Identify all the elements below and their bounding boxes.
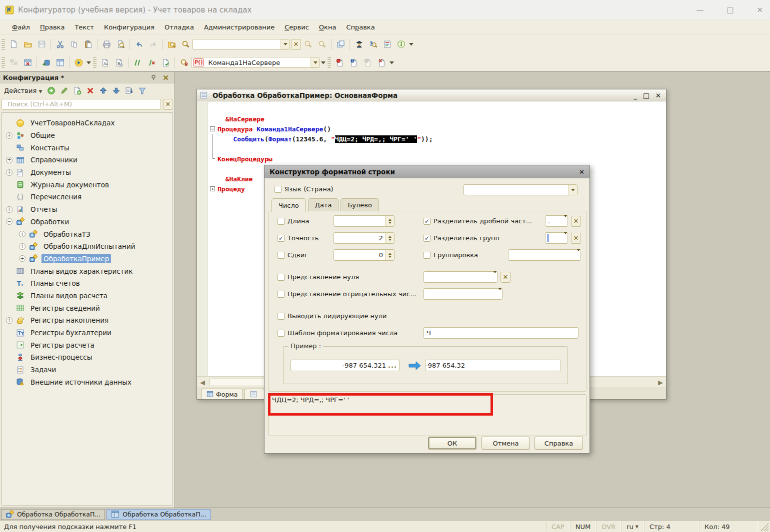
format-template-input[interactable]: Ч (424, 327, 578, 339)
tree-item-22[interactable]: +Внешние источники данных (2, 376, 172, 388)
code-line-8[interactable]: &НаКлие (209, 174, 252, 184)
menu-6[interactable]: Администрирование (199, 22, 280, 32)
language-indicator[interactable]: ru ▼ (621, 522, 644, 532)
find-in-files-button[interactable] (165, 38, 178, 51)
breakpoint-remove-all-button[interactable] (375, 56, 388, 69)
tree-item-5[interactable]: +Документы (2, 166, 172, 179)
menu-9[interactable]: Справка (341, 22, 380, 32)
tree-item-15[interactable]: +Планы видов расчета (2, 290, 172, 302)
help-button[interactable]: Справка (534, 437, 583, 450)
checkbox-2[interactable]: ✓ (278, 235, 284, 242)
tab-form[interactable]: Форма (201, 389, 243, 399)
maximize-button[interactable]: □ (726, 5, 734, 14)
code-line-2[interactable]: &НаСервере (209, 114, 264, 124)
fold-minus-icon[interactable]: − (209, 124, 218, 134)
tree-item-8[interactable]: +Отчеты (2, 203, 172, 216)
fold-plus-icon[interactable]: + (209, 184, 218, 194)
find-next-button[interactable] (302, 38, 314, 51)
undo-button[interactable] (132, 38, 146, 51)
find-prev-button[interactable] (316, 38, 328, 51)
module-info-button[interactable] (380, 38, 394, 51)
expand-icon[interactable]: + (6, 169, 12, 176)
help-search-button[interactable]: ? (366, 38, 380, 51)
save-button[interactable] (35, 38, 48, 51)
tree-item-20[interactable]: +Бизнес-процессы (2, 351, 172, 364)
scroll-left-icon[interactable]: ◀ (197, 377, 208, 388)
editor-close-button[interactable]: ✕ (656, 91, 661, 99)
expand-icon[interactable]: + (6, 132, 12, 139)
menu-2[interactable]: Правка (35, 22, 70, 32)
leading-zeros-checkbox[interactable] (278, 313, 284, 320)
tree-search-input[interactable]: Поиск (Ctrl+Alt+M) (2, 99, 161, 110)
move-up-button[interactable] (97, 84, 109, 96)
close-button[interactable]: ✕ (756, 5, 763, 14)
checkbox-right-2[interactable]: ✓ (424, 235, 430, 242)
close-panel-icon[interactable] (160, 71, 172, 83)
dialog-tab-1[interactable]: Число (272, 198, 306, 212)
spinner-icons[interactable] (385, 233, 394, 243)
grouping-combo[interactable] (508, 249, 581, 261)
info-button[interactable] (394, 38, 408, 51)
clear-search-icon[interactable]: ✕ (163, 99, 173, 110)
debug-modes-overflow-icon[interactable] (86, 56, 92, 69)
code-line-6[interactable]: КонецПроцедуры (209, 154, 272, 164)
zero-presentation-combo[interactable] (424, 271, 498, 283)
syntax-assistant-button[interactable] (352, 38, 366, 51)
breakpoint-disable-button[interactable] (361, 56, 374, 69)
dialog-tab-3[interactable]: Булево (340, 198, 379, 211)
window-tab-1[interactable]: Обработка ОбработкаП... (1, 509, 105, 520)
editor-minimize-button[interactable]: _ (634, 91, 637, 99)
start-debug-button[interactable] (72, 56, 85, 69)
separator-combo-1[interactable]: . (545, 215, 568, 227)
tree-item-11[interactable]: +ОбработкаДляИспытаний (2, 240, 172, 253)
breakpoint-condition-button[interactable]: ? (347, 56, 360, 69)
code-line-9[interactable]: +Процеду (209, 184, 245, 194)
sort-button[interactable] (123, 84, 135, 96)
close-config-button[interactable] (21, 56, 34, 69)
tree-item-1[interactable]: +УчетТоваровНаСкладах (2, 117, 172, 129)
update-db-config-button[interactable] (40, 56, 52, 69)
spinner-field-2[interactable]: 2 (334, 232, 394, 244)
tree-item-17[interactable]: +Регистры накопления (2, 314, 172, 327)
editor-titlebar[interactable]: Обработка ОбработкаПример: ОсновнаяФорма… (197, 89, 666, 101)
tree-item-19[interactable]: +Регистры расчета (2, 339, 172, 351)
dialog-titlebar[interactable]: Конструктор форматной строки ✕ (264, 165, 590, 178)
copy-item-button[interactable] (71, 84, 83, 96)
uncomment-button[interactable] (145, 56, 158, 69)
move-down-button[interactable] (110, 84, 122, 96)
expand-icon[interactable]: + (19, 243, 26, 250)
zero-presentation-checkbox[interactable] (278, 274, 284, 281)
negative-presentation-checkbox[interactable] (278, 291, 284, 298)
tree-item-7[interactable]: +Перечисления (2, 191, 172, 203)
search-text-combo[interactable] (192, 39, 290, 50)
expand-icon[interactable]: + (19, 255, 26, 262)
tree-item-14[interactable]: +ТтПланы счетов (2, 277, 172, 290)
dialog-close-button[interactable]: ✕ (579, 168, 584, 176)
menu-7[interactable]: Сервис (280, 22, 314, 32)
checkbox-right-1[interactable]: ✓ (424, 218, 430, 225)
paste-button[interactable] (82, 38, 94, 51)
tree-item-6[interactable]: +Журналы документов (2, 178, 172, 191)
resize-grip[interactable] (760, 522, 768, 531)
menu-1[interactable]: Файл (7, 22, 35, 32)
language-combo[interactable] (464, 184, 578, 195)
toolbar-overflow-icon[interactable] (408, 38, 414, 51)
tree-item-12[interactable]: +ОбработкаПример (2, 253, 172, 265)
menu-5[interactable]: Отладка (160, 22, 199, 32)
collapse-icon[interactable]: − (6, 218, 12, 225)
menu-3[interactable]: Текст (70, 22, 99, 32)
expand-icon[interactable]: + (6, 317, 12, 324)
zero-clear-icon[interactable]: ✕ (500, 272, 510, 283)
expand-icon[interactable]: + (19, 231, 26, 237)
delete-button[interactable] (84, 84, 96, 96)
add-button[interactable] (45, 84, 57, 96)
cancel-button[interactable]: Отмена (482, 437, 530, 450)
language-checkbox[interactable] (274, 186, 282, 193)
window-list-button[interactable] (334, 38, 347, 51)
find-procedure-button[interactable]: P (178, 56, 190, 69)
open-file-button[interactable] (21, 38, 34, 51)
sample-more-button[interactable]: ... (388, 362, 399, 369)
clear-combo-icon-1[interactable]: ✕ (571, 216, 581, 227)
syntax-check-button[interactable] (159, 56, 172, 69)
config-tree-button[interactable] (7, 56, 20, 69)
